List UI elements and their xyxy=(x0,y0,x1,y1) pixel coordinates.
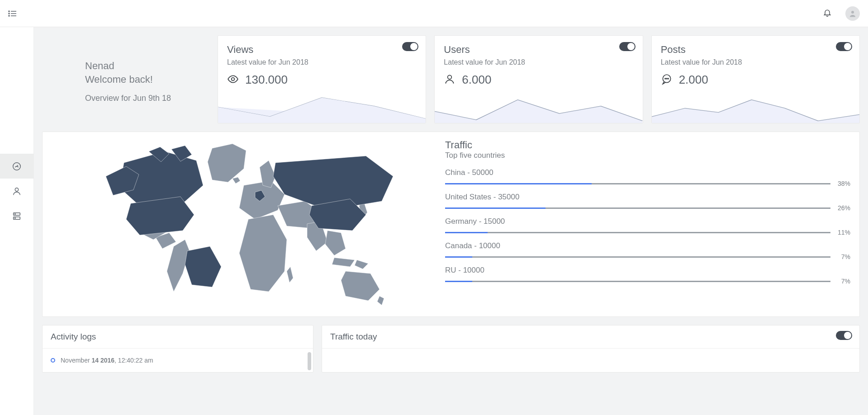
country-label: United States - 35000 xyxy=(445,193,850,202)
country-pct: 38% xyxy=(835,180,850,187)
traffic-today-toggle[interactable] xyxy=(836,331,852,340)
country-pct: 26% xyxy=(835,204,850,212)
svg-point-0 xyxy=(9,11,9,12)
svg-point-19 xyxy=(668,78,669,79)
country-label: China - 50000 xyxy=(445,168,850,177)
views-toggle[interactable] xyxy=(402,42,418,51)
country-row: United States - 3500026% xyxy=(445,193,850,212)
traffic-today-card: Traffic today xyxy=(322,325,860,373)
views-title: Views xyxy=(227,44,417,56)
svg-point-13 xyxy=(15,217,15,218)
users-toggle[interactable] xyxy=(619,42,636,51)
svg-point-4 xyxy=(9,15,9,16)
country-pct: 7% xyxy=(835,253,850,260)
posts-sparkline xyxy=(652,91,859,123)
country-bar xyxy=(445,232,830,233)
country-pct: 11% xyxy=(835,229,850,236)
svg-line-8 xyxy=(17,165,18,166)
country-label: Germany - 15000 xyxy=(445,217,850,226)
traffic-today-title: Traffic today xyxy=(330,332,377,341)
sidebar-item-dashboard[interactable] xyxy=(0,154,34,179)
activity-log-row: November 14 2016, 12:40:22 am xyxy=(51,357,305,364)
welcome-greeting: Welcome back! xyxy=(85,74,209,85)
country-row: China - 5000038% xyxy=(445,168,850,187)
topbar xyxy=(0,0,868,27)
welcome-overview: Overview for Jun 9th 18 xyxy=(85,94,209,103)
welcome-name: Nenad xyxy=(85,60,209,72)
users-value: 6.000 xyxy=(462,73,491,87)
activity-title: Activity logs xyxy=(43,325,313,349)
posts-title: Posts xyxy=(661,44,850,56)
svg-point-9 xyxy=(15,188,18,191)
log-dot-icon xyxy=(51,358,55,363)
activity-card: Activity logs November 14 2016, 12:40:22… xyxy=(42,325,313,373)
country-bar xyxy=(445,281,830,282)
country-pct: 7% xyxy=(835,278,850,285)
user-icon xyxy=(444,73,455,87)
country-row: RU - 100007% xyxy=(445,266,850,285)
posts-value: 2.000 xyxy=(679,73,708,87)
chat-icon xyxy=(661,73,673,87)
users-title: Users xyxy=(444,44,633,56)
content: Nenad Welcome back! Overview for Jun 9th… xyxy=(34,27,868,415)
country-row: Canada - 100007% xyxy=(445,241,850,260)
svg-point-18 xyxy=(666,78,667,79)
views-sparkline xyxy=(218,91,426,123)
sidebar-item-server[interactable] xyxy=(0,203,34,228)
svg-point-6 xyxy=(851,11,854,14)
country-bar xyxy=(445,256,830,258)
posts-subtitle: Latest value for Jun 2018 xyxy=(661,58,850,66)
country-label: Canada - 10000 xyxy=(445,241,850,250)
svg-point-2 xyxy=(9,13,9,14)
svg-point-15 xyxy=(448,75,452,79)
sidebar xyxy=(0,27,34,415)
views-subtitle: Latest value for Jun 2018 xyxy=(227,58,417,66)
country-row: Germany - 1500011% xyxy=(445,217,850,236)
stat-card-posts: Posts Latest value for Jun 2018 xyxy=(651,35,860,123)
svg-point-12 xyxy=(15,213,15,214)
menu-icon[interactable] xyxy=(8,10,16,17)
svg-point-14 xyxy=(232,77,235,80)
log-timestamp: November 14 2016, 12:40:22 am xyxy=(61,357,153,364)
bell-icon[interactable] xyxy=(823,8,832,19)
eye-icon xyxy=(227,73,239,87)
users-subtitle: Latest value for Jun 2018 xyxy=(444,58,633,66)
stat-card-users: Users Latest value for Jun 2018 6.000 xyxy=(434,35,643,123)
country-bar xyxy=(445,208,830,209)
world-map[interactable] xyxy=(52,136,436,307)
country-bar xyxy=(445,183,830,184)
stat-card-views: Views Latest value for Jun 2018 130.000 xyxy=(218,35,426,123)
traffic-card: Traffic Top five countries China - 50000… xyxy=(42,132,860,317)
posts-toggle[interactable] xyxy=(836,42,852,51)
traffic-subtitle: Top five countries xyxy=(445,151,850,160)
views-value: 130.000 xyxy=(245,73,288,87)
country-label: RU - 10000 xyxy=(445,266,850,275)
scrollbar[interactable] xyxy=(308,352,311,370)
users-sparkline xyxy=(435,91,642,123)
welcome-block: Nenad Welcome back! Overview for Jun 9th… xyxy=(42,35,209,123)
sidebar-item-user[interactable] xyxy=(0,179,34,203)
traffic-title: Traffic xyxy=(445,139,850,151)
svg-point-17 xyxy=(665,78,666,79)
avatar[interactable] xyxy=(845,6,860,21)
